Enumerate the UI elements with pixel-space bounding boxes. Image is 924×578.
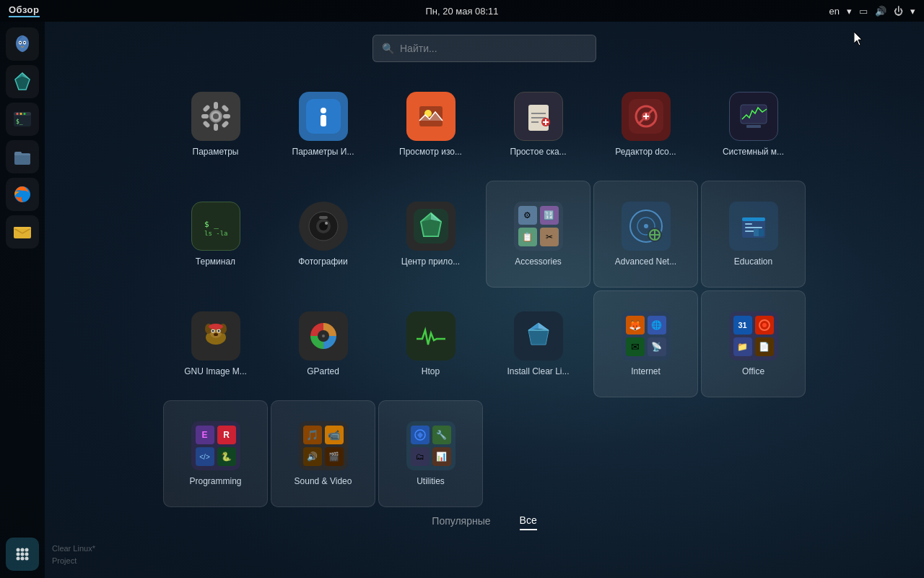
power-icon[interactable]: ⏻ [894, 6, 903, 17]
sidebar-item-2[interactable] [6, 65, 39, 98]
grid-empty-2 [593, 400, 698, 507]
svg-rect-72 [742, 217, 765, 221]
svg-rect-31 [201, 114, 209, 118]
power-dropdown-icon[interactable]: ▾ [910, 6, 915, 17]
app-gparted[interactable]: GParted [271, 290, 375, 397]
app-label-install-clear: Install Clear Li... [507, 366, 569, 378]
search-placeholder: Найти... [400, 43, 437, 54]
volume-icon[interactable]: 🔊 [875, 6, 886, 17]
svg-rect-17 [14, 227, 31, 229]
app-label-parametry-i: Параметры И... [292, 147, 354, 158]
app-htop[interactable]: Htop [378, 290, 483, 397]
svg-point-28 [213, 113, 219, 119]
svg-point-2 [19, 42, 21, 43]
app-label-fotografii: Фотографии [298, 256, 348, 268]
datetime-label: Пн, 20 мая 08:11 [425, 6, 498, 17]
svg-text:$ _: $ _ [204, 220, 219, 229]
topbar: Обзор Пн, 20 мая 08:11 en ▾ ▭ 🔊 ⏻ ▾ [0, 0, 924, 22]
app-parametry-i[interactable]: Параметры И... [271, 71, 375, 178]
svg-point-12 [24, 113, 26, 115]
svg-rect-73 [745, 223, 752, 225]
grid-empty-1 [486, 400, 590, 507]
lang-indicator[interactable]: en [829, 6, 840, 17]
app-label-sistemny: Системный м... [723, 147, 784, 158]
app-fotografii[interactable]: Фотографии [271, 181, 375, 288]
lang-dropdown-icon[interactable]: ▾ [847, 6, 852, 17]
svg-rect-36 [221, 121, 229, 129]
svg-point-38 [321, 108, 326, 113]
svg-point-26 [25, 557, 29, 561]
app-prostoe[interactable]: Простое ска... [486, 71, 590, 178]
app-label-prostoe: Простое ска... [510, 147, 566, 158]
main-content: 🔍 Найти... [45, 22, 924, 578]
svg-point-87 [214, 333, 218, 336]
app-internet[interactable]: 🦊 🌐 ✉ 📡 Internet [593, 290, 698, 397]
app-gnu-image[interactable]: GNU Image M... [163, 290, 268, 397]
app-terminal[interactable]: $ _ ls -la Терминал [163, 181, 268, 288]
svg-point-11 [20, 113, 22, 115]
app-label-utilities: Utilities [417, 476, 445, 488]
svg-rect-74 [745, 227, 762, 228]
topbar-title[interactable]: Обзор [9, 4, 40, 17]
app-sound-video[interactable]: 🎵 📹 🔊 🎬 Sound & Video [271, 400, 375, 507]
svg-point-93 [322, 335, 325, 337]
app-label-sound-video: Sound & Video [295, 476, 352, 488]
app-install-clear[interactable]: Install Clear Li... [486, 290, 590, 397]
app-sistemny[interactable]: Системный м... [701, 71, 806, 178]
svg-point-22 [21, 553, 25, 556]
svg-rect-89 [214, 324, 217, 326]
svg-point-23 [25, 553, 29, 556]
svg-point-21 [17, 553, 20, 556]
svg-rect-29 [214, 102, 218, 109]
topbar-left: Обзор [9, 4, 40, 17]
app-prosmotr[interactable]: Просмотр изо... [378, 71, 483, 178]
app-parametry[interactable]: Параметры [163, 71, 268, 178]
app-accessories[interactable]: ⚙ 🔢 📋 ✂ Accessories [486, 181, 590, 288]
svg-point-68 [644, 224, 648, 228]
app-label-education: Education [734, 256, 772, 268]
sidebar-item-terminal[interactable]: $_ [6, 103, 39, 136]
svg-rect-77 [754, 229, 759, 236]
svg-point-85 [212, 330, 214, 332]
app-label-office: Office [742, 366, 764, 378]
app-office[interactable]: 31 📁 📄 Office [701, 290, 806, 397]
sidebar-item-mail[interactable] [6, 215, 39, 249]
sidebar-appgrid-button[interactable] [6, 538, 39, 571]
app-grid: Параметры Параметры И... [156, 71, 813, 507]
app-label-center: Центр прило... [401, 256, 460, 268]
bottom-tabs: Популярные Все [432, 514, 536, 530]
tab-all[interactable]: Все [520, 514, 537, 530]
svg-rect-33 [202, 105, 210, 113]
app-redaktor[interactable]: Редактор dco... [593, 71, 698, 178]
svg-point-18 [17, 548, 20, 552]
svg-rect-32 [223, 114, 230, 118]
app-label-redaktor: Редактор dco... [615, 147, 676, 158]
svg-marker-65 [421, 220, 441, 236]
search-icon: 🔍 [382, 43, 394, 54]
app-programming[interactable]: E R </> 🐍 Programming [163, 400, 268, 507]
topbar-center: Пн, 20 мая 08:11 [425, 6, 498, 17]
app-center[interactable]: Центр прило... [378, 181, 483, 288]
svg-point-101 [762, 323, 767, 327]
sidebar-item-1[interactable] [6, 27, 39, 61]
svg-point-25 [21, 557, 25, 561]
svg-rect-35 [202, 121, 210, 129]
app-advanced-net[interactable]: Advanced Net... [593, 181, 698, 288]
search-box[interactable]: 🔍 Найти... [372, 35, 596, 62]
app-utilities[interactable]: 🔧 🗂 📊 Utilities [378, 400, 483, 507]
tab-popular[interactable]: Популярные [432, 515, 490, 530]
app-education[interactable]: Education [701, 181, 806, 288]
app-label-accessories: Accessories [515, 256, 562, 268]
sidebar-item-firefox[interactable] [6, 178, 39, 211]
search-wrap: 🔍 Найти... [372, 35, 596, 62]
svg-rect-60 [319, 216, 328, 219]
svg-rect-34 [221, 105, 229, 113]
sidebar: $_ [0, 22, 45, 578]
app-label-gparted: GParted [307, 366, 339, 378]
svg-rect-39 [321, 115, 326, 126]
svg-rect-51 [746, 125, 761, 128]
svg-point-59 [325, 222, 328, 225]
svg-text:$_: $_ [16, 118, 23, 125]
sidebar-item-files[interactable] [6, 140, 39, 173]
monitor-icon[interactable]: ▭ [859, 6, 868, 17]
